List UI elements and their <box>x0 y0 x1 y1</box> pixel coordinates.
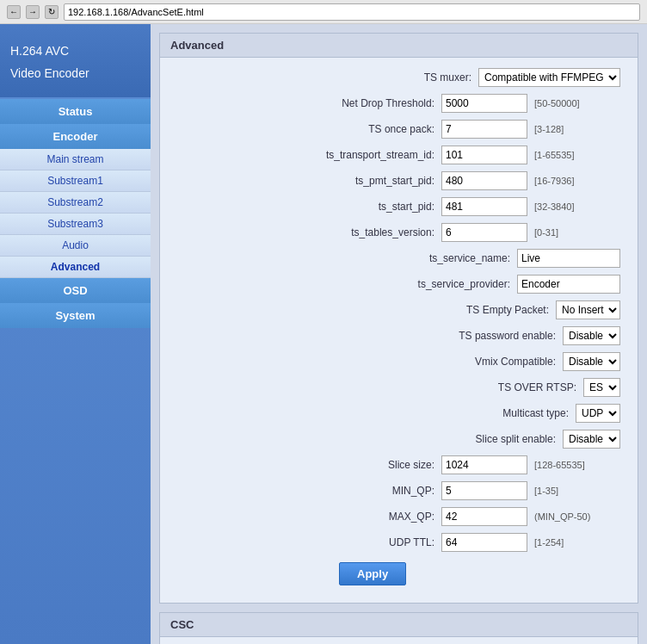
sidebar-item-audio[interactable]: Audio <box>0 235 151 257</box>
form-row-multicast-type: Multicast type: UDP RTP <box>177 404 620 423</box>
hint-udp-ttl: [1-254] <box>534 537 620 548</box>
advanced-panel-body: TS muxer: Compatible with FFMPEG Standar… <box>160 58 638 603</box>
label-udp-ttl: UDP TTL: <box>280 536 434 548</box>
sidebar-item-osd[interactable]: OSD <box>0 278 151 303</box>
hint-ts-tables-version: [0-31] <box>534 227 620 238</box>
form-row-ts-tables-version: ts_tables_version: [0-31] <box>177 223 620 242</box>
sidebar-item-substream3[interactable]: Substream3 <box>0 214 151 235</box>
label-ts-start-pid: ts_start_pid: <box>280 201 434 213</box>
sidebar-item-encoder[interactable]: Encoder <box>0 124 151 149</box>
sidebar-item-main-stream[interactable]: Main stream <box>0 149 151 170</box>
label-ts-tables-version: ts_tables_version: <box>280 226 434 238</box>
form-row-ts-password-enable: TS password enable: Disable Enable <box>177 326 620 345</box>
label-ts-transport-stream-id: ts_transport_stream_id: <box>280 149 434 161</box>
form-row-udp-ttl: UDP TTL: [1-254] <box>177 533 620 552</box>
label-ts-password-enable: TS password enable: <box>401 330 556 342</box>
sidebar-nav: Status Encoder Main stream Substream1 Su… <box>0 99 151 328</box>
form-row-min-qp: MIN_QP: [1-35] <box>177 481 620 500</box>
input-ts-start-pid[interactable] <box>441 197 527 216</box>
hint-slice-size: [128-65535] <box>534 460 620 470</box>
refresh-button[interactable]: ↻ <box>45 5 59 19</box>
hint-net-drop-threshold: [50-50000] <box>534 98 620 108</box>
input-udp-ttl[interactable] <box>441 533 527 552</box>
form-row-ts-transport-stream-id: ts_transport_stream_id: [1-65535] <box>177 146 620 164</box>
advanced-panel-title: Advanced <box>160 34 638 58</box>
input-net-drop-threshold[interactable] <box>441 94 527 113</box>
select-vmix-compatible[interactable]: Disable Enable <box>563 352 620 371</box>
label-ts-over-rtsp: TS OVER RTSP: <box>422 381 576 393</box>
sidebar: H.264 AVC Video Encoder Status Encoder M… <box>0 24 151 644</box>
hint-ts-start-pid: [32-3840] <box>534 201 620 212</box>
label-net-drop-threshold: Net Drop Threshold: <box>280 97 434 109</box>
input-ts-tables-version[interactable] <box>441 223 527 242</box>
sidebar-item-substream2[interactable]: Substream2 <box>0 192 151 214</box>
csc-panel: CSC CSC: Disable Enable Contrast: [0-255… <box>159 612 638 644</box>
label-ts-service-name: ts_service_name: <box>355 252 510 264</box>
csc-panel-title: CSC <box>160 613 638 637</box>
input-ts-transport-stream-id[interactable] <box>441 146 527 164</box>
address-bar[interactable] <box>64 3 640 21</box>
input-max-qp[interactable] <box>441 507 527 526</box>
label-slice-split-enable: Slice split enable: <box>401 433 556 445</box>
label-ts-pmt-start-pid: ts_pmt_start_pid: <box>280 175 434 187</box>
form-row-ts-pmt-start-pid: ts_pmt_start_pid: [16-7936] <box>177 171 620 190</box>
forward-button[interactable]: → <box>26 5 40 19</box>
advanced-apply-button[interactable]: Apply <box>339 562 406 585</box>
sidebar-item-status[interactable]: Status <box>0 99 151 124</box>
select-ts-muxer[interactable]: Compatible with FFMPEG Standard <box>478 68 620 87</box>
select-slice-split-enable[interactable]: Disable Enable <box>563 430 620 449</box>
form-row-slice-split-enable: Slice split enable: Disable Enable <box>177 430 620 449</box>
select-multicast-type[interactable]: UDP RTP <box>576 404 620 423</box>
hint-min-qp: [1-35] <box>534 486 620 496</box>
advanced-panel: Advanced TS muxer: Compatible with FFMPE… <box>159 33 638 604</box>
label-ts-muxer: TS muxer: <box>317 71 471 84</box>
form-row-ts-service-provider: ts_service_provider: <box>177 275 620 294</box>
form-row-max-qp: MAX_QP: (MIN_QP-50) <box>177 507 620 526</box>
form-row-ts-empty-packet: TS Empty Packet: No Insert Insert <box>177 300 620 319</box>
input-ts-service-provider[interactable] <box>517 275 620 294</box>
form-row-ts-over-rtsp: TS OVER RTSP: ES TS <box>177 378 620 397</box>
label-slice-size: Slice size: <box>280 459 434 471</box>
label-multicast-type: Multicast type: <box>414 407 569 419</box>
form-row-ts-muxer: TS muxer: Compatible with FFMPEG Standar… <box>177 68 620 87</box>
input-min-qp[interactable] <box>441 481 527 500</box>
input-ts-once-pack[interactable] <box>441 120 527 139</box>
hint-max-qp: (MIN_QP-50) <box>534 511 620 522</box>
label-ts-empty-packet: TS Empty Packet: <box>394 304 549 316</box>
sidebar-item-system[interactable]: System <box>0 303 151 328</box>
back-button[interactable]: ← <box>7 5 21 19</box>
form-row-ts-start-pid: ts_start_pid: [32-3840] <box>177 197 620 216</box>
label-ts-service-provider: ts_service_provider: <box>355 278 510 290</box>
input-ts-service-name[interactable] <box>517 249 620 268</box>
input-ts-pmt-start-pid[interactable] <box>441 171 527 190</box>
main-content: Advanced TS muxer: Compatible with FFMPE… <box>151 24 647 644</box>
hint-ts-once-pack: [3-128] <box>534 124 620 134</box>
form-row-ts-once-pack: TS once pack: [3-128] <box>177 120 620 139</box>
select-ts-over-rtsp[interactable]: ES TS <box>583 378 620 397</box>
csc-panel-body: CSC: Disable Enable Contrast: [0-255],De… <box>160 637 638 644</box>
label-ts-once-pack: TS once pack: <box>280 123 434 135</box>
sidebar-item-advanced[interactable]: Advanced <box>0 257 151 278</box>
form-row-net-drop-threshold: Net Drop Threshold: [50-50000] <box>177 94 620 113</box>
label-max-qp: MAX_QP: <box>280 511 434 523</box>
sidebar-item-substream1[interactable]: Substream1 <box>0 170 151 192</box>
select-ts-password-enable[interactable]: Disable Enable <box>563 326 620 345</box>
select-ts-empty-packet[interactable]: No Insert Insert <box>556 300 620 319</box>
browser-bar: ← → ↻ <box>0 0 647 24</box>
form-row-vmix-compatible: Vmix Compatible: Disable Enable <box>177 352 620 371</box>
hint-ts-transport-stream-id: [1-65535] <box>534 150 620 160</box>
sidebar-logo: H.264 AVC Video Encoder <box>0 24 151 97</box>
form-row-ts-service-name: ts_service_name: <box>177 249 620 268</box>
hint-ts-pmt-start-pid: [16-7936] <box>534 176 620 186</box>
label-min-qp: MIN_QP: <box>280 485 434 497</box>
label-vmix-compatible: Vmix Compatible: <box>401 356 556 368</box>
input-slice-size[interactable] <box>441 455 527 474</box>
form-row-slice-size: Slice size: [128-65535] <box>177 455 620 474</box>
